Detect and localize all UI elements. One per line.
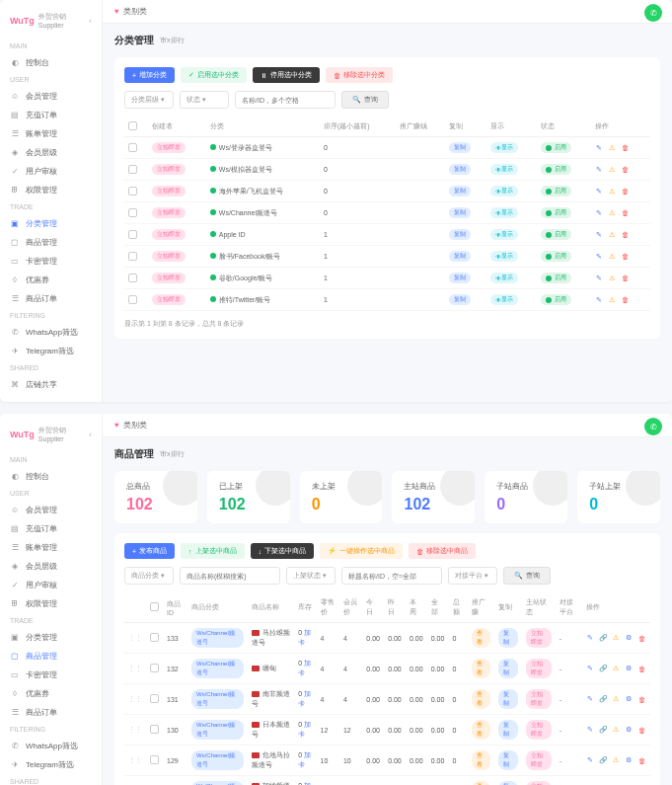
row-checkbox[interactable] <box>150 633 159 642</box>
show-tag[interactable]: 👁 显示 <box>490 273 518 283</box>
copy-button[interactable]: 复制 <box>498 628 517 648</box>
enable-button[interactable]: ✓启用选中分类 <box>181 67 247 83</box>
status-tag[interactable]: 启用 <box>541 273 571 283</box>
copy-button[interactable]: 复制 <box>498 689 517 709</box>
drag-icon[interactable]: ⋮⋮ <box>128 634 142 641</box>
copy-button[interactable]: 复制 <box>449 142 471 153</box>
status-tag[interactable]: 启用 <box>541 229 571 240</box>
nav-orders[interactable]: ☰商品订单 <box>0 703 102 722</box>
warning-icon[interactable]: ⚠ <box>608 143 617 152</box>
delete-icon[interactable]: 🗑 <box>621 165 630 174</box>
edit-icon[interactable]: ✎ <box>595 187 604 196</box>
nav-dashboard[interactable]: ◐控制台 <box>0 467 102 486</box>
nav-category[interactable]: ▣分类管理 <box>0 214 102 233</box>
drag-icon[interactable]: ⋮⋮ <box>128 726 142 733</box>
nav-levels[interactable]: ◈会员层级 <box>0 557 102 576</box>
warning-icon[interactable]: ⚠ <box>612 665 621 673</box>
edit-icon[interactable]: ✎ <box>586 634 595 643</box>
edit-icon[interactable]: ✎ <box>595 295 604 304</box>
link-icon[interactable]: 🔗 <box>599 634 608 643</box>
warning-icon[interactable]: ⚠ <box>608 295 617 304</box>
nav-cardware[interactable]: ▭卡密管理 <box>0 666 102 684</box>
warning-icon[interactable]: ⚠ <box>608 208 617 217</box>
status-select[interactable]: 状态 ▾ <box>180 91 229 109</box>
status-tag[interactable]: 启用 <box>541 294 571 305</box>
delete-icon[interactable]: 🗑 <box>637 634 646 643</box>
drag-icon[interactable]: ⋮⋮ <box>128 665 142 671</box>
status-tag[interactable]: 启用 <box>541 251 571 262</box>
settings-icon[interactable]: ⚙ <box>625 634 634 643</box>
delete-icon[interactable]: 🗑 <box>621 252 630 261</box>
add-product-button[interactable]: +发布商品 <box>124 543 175 559</box>
link-icon[interactable]: 🔗 <box>599 726 608 735</box>
delete-icon[interactable]: 🗑 <box>621 295 630 304</box>
nav-products[interactable]: ▢商品管理 <box>0 647 102 666</box>
warning-icon[interactable]: ⚠ <box>608 187 617 196</box>
collapse-icon[interactable]: ‹ <box>89 430 92 439</box>
warning-icon[interactable]: ⚠ <box>612 726 621 735</box>
warning-icon[interactable]: ⚠ <box>612 634 621 643</box>
drag-icon[interactable]: ⋮⋮ <box>128 695 142 702</box>
edit-icon[interactable]: ✎ <box>586 726 595 735</box>
copy-button[interactable]: 复制 <box>449 164 471 175</box>
settings-icon[interactable]: ⚙ <box>625 665 634 673</box>
link-icon[interactable]: 🔗 <box>599 695 608 704</box>
nav-cardware[interactable]: ▭卡密管理 <box>0 252 102 271</box>
promo-button[interactable]: 查看 <box>472 659 490 678</box>
edit-icon[interactable]: ✎ <box>595 252 604 261</box>
promo-button[interactable]: 查看 <box>472 628 490 648</box>
warning-icon[interactable]: ⚠ <box>608 165 617 174</box>
delete-icon[interactable]: 🗑 <box>621 230 630 239</box>
row-checkbox[interactable] <box>128 252 137 261</box>
warning-icon[interactable]: ⚠ <box>608 230 617 239</box>
copy-button[interactable]: 复制 <box>449 273 471 283</box>
status-select[interactable]: 上架状态 ▾ <box>286 567 336 585</box>
search-button[interactable]: 🔍查询 <box>503 567 551 585</box>
add-category-button[interactable]: +增加分类 <box>124 67 175 83</box>
platform-select[interactable]: 对接平台 ▾ <box>448 567 497 585</box>
batch-button[interactable]: ⚡一键操作选中商品 <box>320 543 403 559</box>
product-name-input[interactable] <box>180 567 280 585</box>
copy-button[interactable]: 复制 <box>498 781 517 785</box>
copy-button[interactable]: 复制 <box>449 229 471 240</box>
nav-levels[interactable]: ◈会员层级 <box>0 143 102 162</box>
show-tag[interactable]: 👁 显示 <box>490 294 518 305</box>
whatsapp-fab[interactable]: ✆ <box>644 418 662 435</box>
nav-balance[interactable]: ☰账单管理 <box>0 538 102 557</box>
nav-category[interactable]: ▣分类管理 <box>0 628 102 647</box>
select-all-checkbox[interactable] <box>128 121 137 130</box>
copy-button[interactable]: 复制 <box>498 659 517 678</box>
edit-icon[interactable]: ✎ <box>586 756 595 765</box>
copy-button[interactable]: 复制 <box>449 207 471 218</box>
show-tag[interactable]: 👁 显示 <box>490 207 518 218</box>
row-checkbox[interactable] <box>150 725 159 734</box>
promo-button[interactable]: 查看 <box>472 689 490 709</box>
edit-icon[interactable]: ✎ <box>595 208 604 217</box>
show-tag[interactable]: 👁 显示 <box>490 229 518 240</box>
copy-button[interactable]: 复制 <box>498 750 517 770</box>
nav-roles[interactable]: ⛨权限管理 <box>0 594 102 613</box>
shelve-button[interactable]: ↑上架选中商品 <box>181 543 245 559</box>
whatsapp-fab[interactable]: ✆ <box>644 4 662 22</box>
delete-icon[interactable]: 🗑 <box>621 143 630 152</box>
promo-button[interactable]: 查看 <box>472 781 490 785</box>
warning-icon[interactable]: ⚠ <box>608 274 617 282</box>
copy-button[interactable]: 复制 <box>498 720 517 740</box>
delete-products-button[interactable]: 🗑移除选中商品 <box>409 543 476 559</box>
warning-icon[interactable]: ⚠ <box>608 252 617 261</box>
drag-icon[interactable]: ⋮⋮ <box>128 756 142 763</box>
row-checkbox[interactable] <box>128 274 137 282</box>
status-tag[interactable]: 启用 <box>541 207 571 218</box>
delete-icon[interactable]: 🗑 <box>637 726 646 735</box>
row-checkbox[interactable] <box>150 694 159 703</box>
edit-icon[interactable]: ✎ <box>595 165 604 174</box>
settings-icon[interactable]: ⚙ <box>625 756 634 765</box>
row-checkbox[interactable] <box>150 664 159 672</box>
nav-coupons[interactable]: ◊优惠券 <box>0 271 102 289</box>
show-tag[interactable]: 👁 显示 <box>490 186 518 196</box>
nav-telegram[interactable]: ✈Telegram筛选 <box>0 755 102 774</box>
nav-coupons[interactable]: ◊优惠券 <box>0 684 102 703</box>
nav-recharge[interactable]: ▤充值订单 <box>0 106 102 124</box>
nav-shops[interactable]: ⌘店铺共享 <box>0 375 102 394</box>
delete-icon[interactable]: 🗑 <box>621 274 630 282</box>
